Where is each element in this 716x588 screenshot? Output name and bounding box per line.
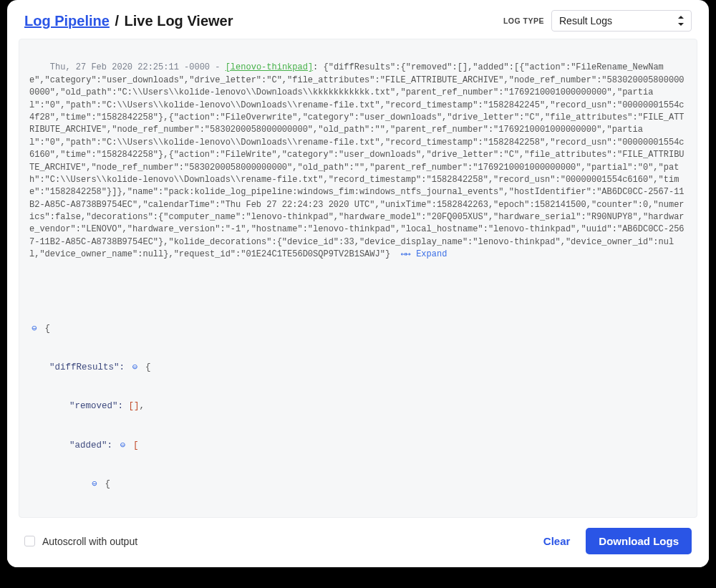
log-viewer-panel: Log Pipeline / Live Log Viewer LOG TYPE …	[7, 0, 709, 567]
autoscroll-control: Autoscroll with output	[24, 536, 137, 547]
log-output-area: Thu, 27 Feb 2020 22:25:11 -0000 - [lenov…	[19, 39, 697, 518]
breadcrumb-sep: /	[113, 13, 120, 29]
download-logs-button[interactable]: Download Logs	[586, 528, 692, 554]
tree-key: "removed":	[69, 401, 123, 411]
log-host-link[interactable]: [lenovo-thinkpad]	[226, 62, 313, 72]
tree-key: "added":	[69, 440, 112, 450]
tree-value: []	[129, 401, 140, 411]
log-sep: -	[210, 62, 226, 72]
header: Log Pipeline / Live Log Viewer LOG TYPE …	[7, 0, 709, 39]
log-type-selected-value: Result Logs	[559, 15, 612, 26]
log-raw-body: {"diffResults":{"removed":[],"added":[{"…	[29, 62, 684, 259]
expand-icon: ↤↦	[401, 249, 411, 259]
breadcrumb-root-link[interactable]: Log Pipeline	[24, 13, 110, 29]
json-tree: ⊖ { "diffResults": ⊖ { "removed": [], "a…	[29, 296, 687, 518]
footer-actions: Clear Download Logs	[543, 528, 692, 554]
expand-link[interactable]: Expand	[416, 249, 447, 259]
log-type-label: LOG TYPE	[503, 16, 544, 25]
page-title: Log Pipeline / Live Log Viewer	[24, 13, 233, 29]
log-type-select[interactable]: Result Logs	[551, 10, 692, 32]
breadcrumb-current: Live Log Viewer	[125, 13, 233, 29]
autoscroll-checkbox[interactable]	[24, 536, 35, 546]
log-colon: :	[313, 62, 323, 72]
log-timestamp: Thu, 27 Feb 2020 22:25:11 -0000	[50, 62, 210, 72]
autoscroll-label: Autoscroll with output	[42, 536, 137, 547]
toggle-icon[interactable]: ⊖	[90, 478, 100, 491]
clear-button[interactable]: Clear	[543, 535, 571, 547]
log-type-control: LOG TYPE Result Logs	[503, 10, 692, 32]
toggle-icon[interactable]: ⊖	[118, 439, 128, 452]
footer: Autoscroll with output Clear Download Lo…	[7, 518, 709, 567]
tree-key: "diffResults":	[49, 362, 125, 372]
toggle-icon[interactable]: ⊖	[130, 361, 140, 374]
toggle-icon[interactable]: ⊖	[29, 322, 39, 335]
